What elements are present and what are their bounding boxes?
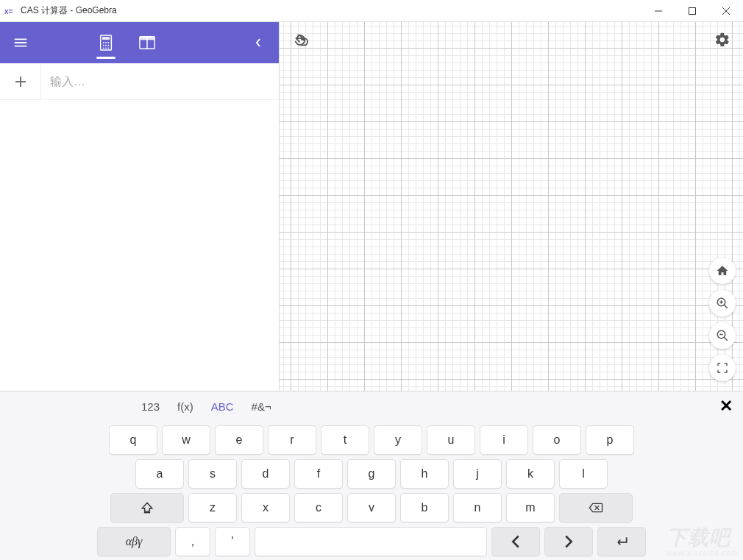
app-icon: x= [4,5,16,17]
backspace-icon [589,500,603,515]
key-space[interactable] [255,527,487,556]
key-v[interactable]: v [347,493,396,522]
enter-icon [614,534,629,549]
key-b[interactable]: b [400,493,449,522]
svg-point-11 [105,45,107,46]
svg-rect-2 [689,7,696,14]
svg-rect-6 [102,37,110,40]
key-apostrophe[interactable]: ' [215,527,250,556]
key-d[interactable]: d [241,459,290,489]
key-e[interactable]: e [215,425,263,455]
key-n[interactable]: n [453,493,502,522]
settings-button[interactable] [708,25,737,54]
key-left[interactable] [491,527,540,556]
input-row [0,63,279,100]
svg-point-13 [103,47,104,49]
keyboard-tab-symbols[interactable]: #&¬ [252,391,271,421]
keyboard-tabs: 123 f(x) ABC #&¬ ✕ [0,391,743,421]
virtual-keyboard: 123 f(x) ABC #&¬ ✕ q w e r t y u i o p a… [0,391,743,560]
key-y[interactable]: y [374,425,422,455]
greek-label: αβγ [126,535,143,548]
key-o[interactable]: o [533,425,581,455]
svg-line-22 [724,305,728,308]
key-q[interactable]: q [109,425,157,455]
key-a[interactable]: a [135,459,184,489]
svg-line-26 [724,337,728,341]
keyboard-tab-123[interactable]: 123 [141,391,160,421]
graph-toolbar [280,22,743,57]
key-s[interactable]: s [188,459,237,489]
hamburger-menu-button[interactable] [0,22,41,63]
window-controls [641,0,743,21]
expression-input[interactable] [41,63,279,99]
main-area [0,22,743,391]
key-w[interactable]: w [162,425,210,455]
sidebar [0,22,280,391]
svg-point-14 [105,47,107,49]
close-button[interactable] [709,0,743,21]
tab-table[interactable] [127,22,168,63]
keyboard-tab-fx[interactable]: f(x) [177,391,193,421]
key-i[interactable]: i [480,425,528,455]
title-bar: x= CAS 计算器 - GeoGebra [0,0,743,22]
key-g[interactable]: g [347,459,396,489]
zoom-in-button[interactable] [709,290,736,316]
tab-calculator[interactable] [85,22,127,63]
key-enter[interactable] [597,527,646,556]
key-c[interactable]: c [294,493,343,522]
key-u[interactable]: u [427,425,475,455]
graph-view[interactable] [280,22,743,391]
key-p[interactable]: p [586,425,634,455]
keyboard-close-button[interactable]: ✕ [719,391,733,421]
graph-controls [709,258,736,381]
key-h[interactable]: h [400,459,449,489]
key-f[interactable]: f [294,459,343,489]
sidebar-tabs [85,22,168,63]
svg-point-10 [103,45,104,46]
key-m[interactable]: m [506,493,555,522]
key-x[interactable]: x [241,493,290,522]
key-comma[interactable]: , [175,527,210,556]
key-k[interactable]: k [506,459,555,489]
svg-point-7 [103,42,104,43]
key-greek[interactable]: αβγ [97,527,171,556]
minimize-button[interactable] [641,0,675,21]
key-shift[interactable] [110,493,184,522]
key-t[interactable]: t [321,425,369,455]
window-title: CAS 计算器 - GeoGebra [21,4,117,17]
collapse-sidebar-button[interactable] [243,22,273,63]
zoom-out-button[interactable] [709,322,736,349]
sidebar-header [0,22,279,63]
keyboard-rows: q w e r t y u i o p a s d f g h j k l [0,421,743,560]
key-r[interactable]: r [268,425,316,455]
add-input-button[interactable] [0,63,41,100]
home-button[interactable] [709,258,736,284]
svg-point-8 [105,42,107,43]
undo-button[interactable] [285,25,315,54]
svg-point-15 [107,47,109,49]
chevron-right-icon [561,534,576,549]
svg-point-9 [107,42,109,43]
key-j[interactable]: j [453,459,502,489]
chevron-left-icon [508,534,523,549]
key-right[interactable] [544,527,593,556]
keyboard-tab-abc[interactable]: ABC [211,391,234,421]
shift-icon [140,500,154,515]
svg-text:x=: x= [4,7,13,15]
svg-point-12 [107,45,109,46]
maximize-button[interactable] [675,0,709,21]
fullscreen-button[interactable] [709,355,736,381]
key-z[interactable]: z [188,493,237,522]
key-l[interactable]: l [559,459,608,489]
key-backspace[interactable] [559,493,633,522]
